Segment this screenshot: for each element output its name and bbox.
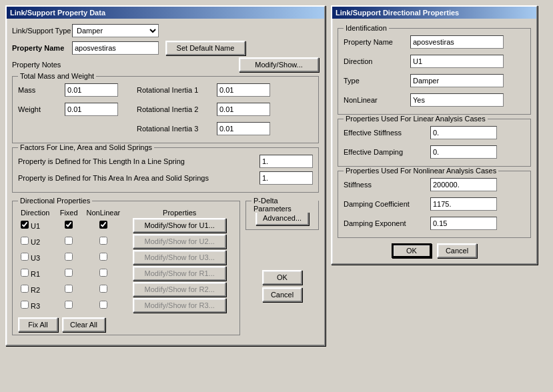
modify-show-R2-button[interactable]: Modify/Show for R2... — [133, 282, 226, 297]
area-spring-input[interactable] — [259, 171, 313, 185]
properties-cell-U2: Modify/Show for U2... — [125, 233, 234, 249]
line-spring-row: Property is Defined for This Length In a… — [18, 155, 313, 168]
dir-direction-input[interactable] — [410, 55, 504, 68]
dir-cell-R3: R3 — [18, 297, 56, 313]
damping-exp-input[interactable] — [430, 217, 497, 230]
dir-label-R1: R1 — [29, 270, 40, 278]
main-ok-button[interactable]: OK — [262, 270, 302, 285]
mass-row: Mass — [18, 83, 118, 97]
dir-ok-button[interactable]: OK — [392, 243, 432, 258]
main-window-title: Link/Support Property Data — [10, 9, 105, 17]
nonlinear-analysis-legend: Properties Used For Nonlinear Analysis C… — [344, 167, 498, 175]
dir-checkbox-R1[interactable] — [21, 269, 29, 277]
weight-row: Weight — [18, 103, 118, 116]
rot-inertia-3-row: Rotational Inertia 3 — [137, 122, 270, 135]
dir-checkbox-R3[interactable] — [21, 301, 29, 309]
main-window-content: Link/Support Type Damper Linear Multi-li… — [7, 19, 324, 345]
fixed-cell-R2 — [56, 281, 82, 297]
fixed-checkbox-U2[interactable] — [65, 237, 73, 245]
fixed-checkbox-R1[interactable] — [65, 269, 73, 277]
effective-damping-input[interactable] — [430, 145, 497, 159]
nonlinear-checkbox-U1[interactable] — [99, 221, 107, 229]
dir-type-input[interactable] — [410, 74, 504, 87]
rot-inertia-2-label: Rotational Inertia 2 — [137, 105, 217, 113]
nonlinear-checkbox-U2[interactable] — [99, 237, 107, 245]
dir-type-row: Type — [344, 74, 525, 87]
damping-coeff-label: Damping Coefficient — [344, 200, 430, 208]
directional-properties-legend: Directional Properties — [18, 197, 92, 205]
table-row: R1Modify/Show for R1... — [18, 265, 234, 281]
link-support-type-row: Link/Support Type Damper Linear Multi-li… — [12, 24, 319, 37]
dir-cell-U1: U1 — [18, 217, 56, 233]
property-notes-row: Property Notes Modify/Show... — [12, 57, 319, 72]
properties-cell-R3: Modify/Show for R3... — [125, 297, 234, 313]
effective-damping-label: Effective Damping — [344, 148, 430, 156]
fixed-checkbox-R2[interactable] — [65, 285, 73, 293]
dir-checkbox-U2[interactable] — [21, 237, 29, 245]
rot-inertia-2-input[interactable] — [217, 103, 270, 116]
fixed-cell-R1 — [56, 265, 82, 281]
effective-damping-row: Effective Damping — [344, 145, 525, 159]
nonlinear-checkbox-U3[interactable] — [99, 253, 107, 261]
directional-properties-group: Directional Properties Direction Fixed N… — [12, 201, 240, 335]
modify-show-button[interactable]: Modify/Show... — [239, 57, 319, 72]
table-row: U1Modify/Show for U1... — [18, 217, 234, 233]
dir-property-name-input[interactable] — [410, 35, 504, 49]
modify-show-U2-button[interactable]: Modify/Show for U2... — [133, 234, 226, 249]
nonlinear-checkbox-R3[interactable] — [99, 301, 107, 309]
fix-clear-buttons-row: Fix All Clear All — [18, 317, 234, 332]
nonlinear-cell-R2 — [81, 281, 125, 297]
dir-checkbox-U3[interactable] — [21, 253, 29, 261]
property-name-label: Property Name — [12, 44, 72, 52]
dir-cell-U3: U3 — [18, 249, 56, 265]
rot-inertia-3-input[interactable] — [217, 122, 270, 135]
weight-label: Weight — [18, 105, 65, 113]
main-cancel-button[interactable]: Cancel — [262, 287, 302, 302]
stiffness-label: Stiffness — [344, 181, 430, 189]
dir-nonlinear-input[interactable] — [410, 93, 504, 107]
modify-show-U3-button[interactable]: Modify/Show for U3... — [133, 250, 226, 265]
property-name-input[interactable] — [72, 41, 159, 55]
fixed-checkbox-R3[interactable] — [65, 301, 73, 309]
mass-input[interactable] — [65, 83, 118, 97]
effective-stiffness-input[interactable] — [430, 126, 497, 139]
nonlinear-checkbox-R1[interactable] — [99, 269, 107, 277]
damping-coeff-row: Damping Coefficient — [344, 197, 525, 211]
fixed-checkbox-U3[interactable] — [65, 253, 73, 261]
total-mass-weight-legend: Total Mass and Weight — [18, 72, 96, 80]
fixed-checkbox-U1[interactable] — [65, 221, 73, 229]
dir-table-header-row: Direction Fixed NonLinear Properties — [18, 208, 234, 217]
modify-show-R3-button[interactable]: Modify/Show for R3... — [133, 298, 226, 313]
modify-show-R1-button[interactable]: Modify/Show for R1... — [133, 266, 226, 281]
rot-inertia-1-input[interactable] — [217, 83, 270, 97]
identification-group: Identification Property Name Direction T… — [338, 28, 531, 115]
modify-show-U1-button[interactable]: Modify/Show for U1... — [133, 218, 226, 233]
damping-coeff-input[interactable] — [430, 197, 497, 211]
line-spring-label: Property is Defined for This Length In a… — [18, 157, 254, 165]
weight-input[interactable] — [65, 103, 118, 116]
mass-weight-row: Mass Weight Rotational Inertia 1 Rotatio… — [18, 83, 313, 139]
dir-label-R3: R3 — [29, 302, 40, 310]
stiffness-input[interactable] — [430, 178, 497, 191]
effective-stiffness-row: Effective Stiffness — [344, 126, 525, 139]
link-support-type-select[interactable]: Damper Linear Multi-linear Elastic Multi… — [72, 24, 159, 37]
nonlinear-cell-U1 — [81, 217, 125, 233]
table-row: U3Modify/Show for U3... — [18, 249, 234, 265]
dir-label-U1: U1 — [29, 222, 40, 230]
dir-checkbox-U1[interactable] — [21, 221, 29, 229]
advanced-button[interactable]: Advanced... — [255, 211, 309, 225]
line-spring-input[interactable] — [259, 155, 313, 168]
fix-all-button[interactable]: Fix All — [18, 317, 58, 332]
stiffness-row: Stiffness — [344, 178, 525, 191]
properties-cell-U1: Modify/Show for U1... — [125, 217, 234, 233]
dir-cancel-button[interactable]: Cancel — [437, 243, 477, 258]
dir-checkbox-R2[interactable] — [21, 285, 29, 293]
nonlinear-checkbox-R2[interactable] — [99, 285, 107, 293]
directional-window-titlebar: Link/Support Directional Properties — [332, 7, 536, 19]
set-default-name-button[interactable]: Set Default Name — [165, 41, 245, 55]
nonlinear-cell-U3 — [81, 249, 125, 265]
factors-springs-group: Factors For Line, Area and Solid Springs… — [12, 147, 319, 193]
dir-nonlinear-label: NonLinear — [344, 96, 410, 104]
properties-cell-U3: Modify/Show for U3... — [125, 249, 234, 265]
clear-all-button[interactable]: Clear All — [62, 317, 105, 332]
